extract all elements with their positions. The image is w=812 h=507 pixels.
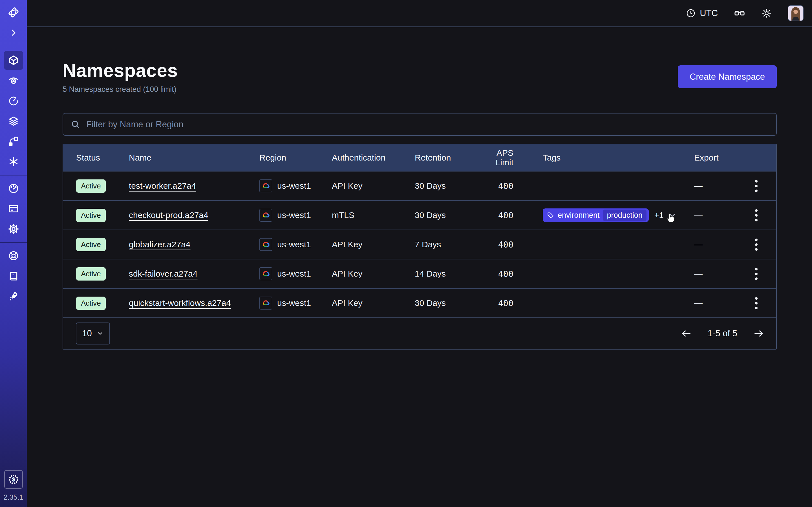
tag-chip[interactable]: environment production (543, 209, 649, 222)
chevron-right-icon (9, 28, 18, 38)
docs-book-icon (8, 270, 19, 282)
column-header-region: Region (259, 153, 332, 163)
page-subtitle: 5 Namespaces created (100 limit) (63, 85, 178, 94)
page-title: Namespaces (63, 60, 178, 81)
region-label: us-west1 (277, 298, 311, 308)
tag-key: environment (558, 211, 600, 220)
tag-value: production (603, 210, 647, 221)
page-header: Namespaces 5 Namespaces created (100 lim… (63, 60, 777, 94)
create-namespace-button[interactable]: Create Namespace (678, 65, 777, 88)
row-actions-menu-button[interactable] (752, 265, 760, 283)
row-actions-menu-button[interactable] (752, 177, 760, 195)
sidebar-item-observability[interactable] (4, 71, 23, 90)
namespace-link[interactable]: sdk-failover.a27a4 (129, 269, 198, 278)
sun-icon (761, 8, 772, 18)
table-row: Active test-worker.a27a4 us-west1 API Ke… (63, 171, 776, 200)
sidebar-item-nexus[interactable] (4, 152, 23, 171)
table-row: Active sdk-failover.a27a4 us-west1 API K… (63, 259, 776, 288)
auth-method: mTLS (332, 210, 415, 220)
page-size-select[interactable]: 10 (76, 323, 110, 344)
glasses-icon (733, 7, 746, 19)
next-page-button[interactable] (753, 328, 764, 339)
namespace-link[interactable]: globalizer.a27a4 (129, 240, 191, 249)
export-value: — (694, 269, 703, 278)
region-label: us-west1 (277, 240, 311, 249)
clock-icon (686, 8, 696, 18)
app-window: UTC (0, 0, 812, 507)
column-header-retention: Retention (415, 153, 479, 163)
auth-method: API Key (332, 298, 415, 308)
aps-limit-value: 400 (498, 210, 513, 220)
status-badge: Active (76, 238, 106, 251)
namespaces-table: Status Name Region Authentication Retent… (63, 144, 777, 349)
column-header-export: Export (694, 153, 737, 163)
table-footer: 10 1-5 of 5 (63, 318, 776, 349)
usage-layers-icon (8, 115, 19, 127)
retention-value: 30 Days (415, 181, 479, 191)
export-value: — (694, 210, 703, 220)
support-lifebuoy-icon (8, 250, 19, 262)
row-actions-menu-button[interactable] (752, 207, 760, 224)
reader-mode-button[interactable] (733, 7, 746, 19)
pricing-button[interactable]: $ (4, 470, 23, 489)
export-value: — (694, 181, 703, 190)
status-badge: Active (76, 267, 106, 281)
sidebar-item-getting-started[interactable] (4, 287, 23, 306)
sidebar-item-usage[interactable] (4, 112, 23, 131)
retention-value: 7 Days (415, 240, 479, 249)
sidebar-item-metering[interactable] (4, 179, 23, 198)
row-actions-menu-button[interactable] (752, 294, 760, 312)
theme-toggle-button[interactable] (761, 8, 772, 18)
region-label: us-west1 (277, 181, 311, 191)
filter-input[interactable] (86, 119, 776, 129)
sidebar-item-deployments[interactable] (4, 132, 23, 151)
sidebar-item-support[interactable] (4, 246, 23, 265)
observability-eye-icon (8, 75, 19, 87)
table-header-row: Status Name Region Authentication Retent… (63, 144, 776, 171)
tag-icon (547, 212, 554, 219)
sidebar-item-namespaces[interactable] (4, 51, 23, 70)
column-header-name: Name (129, 153, 259, 163)
column-header-aps-limit: APS Limit (479, 148, 513, 167)
aps-limit-value: 400 (498, 269, 513, 279)
chevron-down-icon (96, 330, 104, 337)
sidebar-item-billing[interactable] (4, 199, 23, 218)
sidebar-item-docs[interactable] (4, 267, 23, 286)
user-avatar[interactable] (788, 5, 804, 21)
temporal-logo[interactable] (4, 3, 23, 22)
row-actions-menu-button[interactable] (752, 236, 760, 253)
app-version: 2.35.1 (4, 493, 23, 501)
previous-page-button[interactable] (680, 328, 692, 339)
search-icon (70, 119, 81, 129)
auth-method: API Key (332, 269, 415, 279)
sidebar-item-schedules[interactable] (4, 91, 23, 110)
table-row: Active globalizer.a27a4 us-west1 API Key (63, 230, 776, 259)
namespace-link[interactable]: quickstart-workflows.a27a4 (129, 298, 231, 307)
aps-limit-value: 400 (498, 298, 513, 308)
status-badge: Active (76, 209, 106, 222)
google-cloud-icon (259, 238, 272, 251)
column-header-status: Status (76, 153, 129, 163)
filter-bar (63, 113, 777, 136)
google-cloud-icon (259, 297, 272, 309)
nexus-asterisk-icon (8, 156, 19, 168)
column-header-authentication: Authentication (332, 153, 415, 163)
main-content: Namespaces 5 Namespaces created (100 lim… (27, 28, 812, 507)
aps-limit-value: 400 (498, 240, 513, 249)
retention-value: 30 Days (415, 210, 479, 220)
namespace-link[interactable]: checkout-prod.a27a4 (129, 210, 208, 220)
tag-expand-button[interactable] (668, 211, 677, 220)
sidebar-expand-button[interactable] (4, 23, 23, 42)
aps-limit-value: 400 (498, 181, 513, 191)
sidebar-item-settings[interactable] (4, 219, 23, 238)
sidebar-divider (0, 242, 27, 243)
metering-gauge-icon (8, 182, 19, 194)
settings-gear-icon (8, 223, 19, 235)
top-bar: UTC (27, 0, 812, 27)
getting-started-rocket-icon (8, 290, 19, 302)
sidebar-nav: $ 2.35.1 (0, 0, 27, 507)
timezone-selector[interactable]: UTC (686, 8, 718, 18)
region-label: us-west1 (277, 269, 311, 279)
column-header-tags: Tags (513, 153, 694, 163)
namespace-link[interactable]: test-worker.a27a4 (129, 181, 196, 190)
